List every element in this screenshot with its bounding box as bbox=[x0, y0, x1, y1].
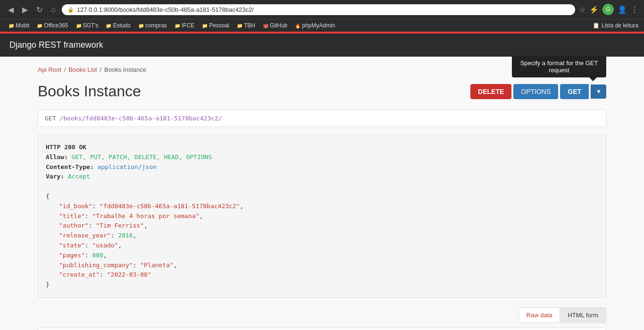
bookmark-label: compras bbox=[145, 22, 167, 29]
bookmark-label: IFCE bbox=[182, 22, 194, 29]
bookmark-office365[interactable]: 📁 Office365 bbox=[34, 21, 71, 30]
bookmark-estudo[interactable]: 📁 Estudo bbox=[103, 21, 133, 30]
profile-button[interactable]: 👤 bbox=[618, 5, 627, 14]
lock-icon: 🔒 bbox=[67, 7, 74, 13]
bottom-tabs: Raw data HTML form bbox=[38, 307, 606, 323]
json-title-key: "title" bbox=[59, 212, 85, 220]
content-type-key: Content-Type: bbox=[46, 163, 94, 170]
phpmyadmin-icon: 🔥 bbox=[295, 23, 301, 28]
reading-list-label: Lista de leitura bbox=[602, 22, 638, 29]
allow-header: Allow: GET, PUT, PATCH, DELETE, HEAD, OP… bbox=[46, 152, 598, 162]
bookmark-mobit[interactable]: 📁 Mobit bbox=[6, 21, 32, 30]
html-form-area: Title bbox=[38, 328, 606, 330]
folder-icon: 📁 bbox=[106, 23, 111, 28]
bookmark-label: Pessoal bbox=[209, 22, 229, 29]
main-content: Api Root / Books List / Books Instance B… bbox=[0, 57, 644, 330]
options-button[interactable]: OPTIONS bbox=[513, 84, 558, 99]
json-id-book-key: "id_book" bbox=[59, 203, 92, 210]
bookmark-ifce[interactable]: 📁 IFCE bbox=[172, 21, 197, 30]
json-state-val: "usado" bbox=[92, 242, 118, 249]
json-author-key: "author" bbox=[59, 222, 89, 229]
get-dropdown-button[interactable]: ▼ bbox=[591, 85, 606, 99]
breadcrumb-sep-2: / bbox=[100, 66, 101, 73]
forward-button[interactable]: ▶ bbox=[20, 4, 30, 15]
response-panel: HTTP 200 OK Allow: GET, PUT, PATCH, DELE… bbox=[38, 135, 606, 298]
home-button[interactable]: ⌂ bbox=[49, 4, 58, 15]
breadcrumb-api-root[interactable]: Api Root bbox=[38, 66, 61, 73]
json-id-book: "id_book": "fdd8483e-c50b-465a-a181-5178… bbox=[46, 202, 598, 212]
json-open-brace: { bbox=[46, 192, 598, 202]
action-buttons: Specify a format for the GET request DEL… bbox=[470, 84, 606, 99]
json-close-brace: } bbox=[46, 280, 598, 290]
json-create-at: "create_at": "2022-03-08" bbox=[46, 270, 598, 280]
bookmark-tbh[interactable]: 📁 TBH bbox=[234, 21, 258, 30]
page-title: Books Instance bbox=[38, 83, 141, 100]
reading-list-icon: 📋 bbox=[593, 22, 600, 29]
json-publishing-company: "publishing_company": "Planeta", bbox=[46, 261, 598, 271]
extensions-button[interactable]: ⚡ bbox=[589, 5, 599, 14]
get-request-bar: GET /books/fdd8483e-c50b-465a-a181-5178b… bbox=[38, 110, 606, 127]
json-state: "state": "usado", bbox=[46, 241, 598, 251]
back-button[interactable]: ◀ bbox=[6, 4, 16, 15]
json-create-at-val: "2022-03-08" bbox=[107, 271, 151, 278]
reading-list-button[interactable]: 📋 Lista de leitura bbox=[593, 22, 638, 29]
url-bar[interactable]: 🔒 127.0.0.1:8000/books/fdd8483e-c50b-465… bbox=[62, 4, 575, 15]
request-url: /books/fdd8483e-c50b-465a-a181-5178bac42… bbox=[59, 115, 222, 122]
folder-icon: 📁 bbox=[138, 23, 144, 28]
bookmark-compras[interactable]: 📁 compras bbox=[135, 21, 170, 30]
folder-icon: 📁 bbox=[37, 23, 42, 28]
allow-val: GET, PUT, PATCH, DELETE, HEAD, OPTIONS bbox=[72, 153, 212, 161]
json-state-key: "state" bbox=[59, 242, 85, 249]
url-path: :8000/books/fdd8483e-c50b-465a-a181-5178… bbox=[102, 6, 254, 13]
content-type-val: application/json bbox=[98, 163, 157, 170]
breadcrumb: Api Root / Books List / Books Instance bbox=[38, 66, 606, 73]
request-method: GET bbox=[45, 115, 56, 122]
bookmark-label: TBH bbox=[244, 22, 255, 29]
vary-val: Accept bbox=[68, 173, 90, 180]
bookmark-github[interactable]: 🐙 GitHub bbox=[260, 21, 290, 30]
breadcrumb-sep-1: / bbox=[64, 66, 66, 73]
json-release-year-val: 2016 bbox=[118, 232, 133, 239]
content-type-header: Content-Type: application/json bbox=[46, 162, 598, 172]
github-icon: 🐙 bbox=[263, 23, 268, 28]
json-publishing-company-val: "Planeta" bbox=[140, 262, 173, 269]
browser-chrome: ◀ ▶ ↻ ⌂ 🔒 127.0.0.1:8000/books/fdd8483e-… bbox=[0, 0, 644, 19]
folder-icon: 📁 bbox=[175, 23, 180, 28]
bookmark-label: SGT's bbox=[83, 22, 99, 29]
json-release-year: "release_year": 2016, bbox=[46, 231, 598, 241]
json-title-val: "Trabalhe 4 horas por semana" bbox=[92, 212, 199, 220]
http-status-line: HTTP 200 OK bbox=[46, 143, 598, 152]
json-publishing-company-key: "publishing_company" bbox=[59, 262, 133, 269]
folder-icon: 📁 bbox=[237, 23, 243, 28]
bookmark-phpmyadmin[interactable]: 🔥 phpMyAdmin bbox=[292, 21, 338, 30]
vary-key: Vary: bbox=[46, 173, 64, 180]
get-button[interactable]: GET bbox=[560, 84, 589, 99]
breadcrumb-current: Books Instance bbox=[104, 66, 146, 73]
bookmark-pessoal[interactable]: 📁 Pessoal bbox=[199, 21, 232, 30]
bookmarks-bar: 📁 Mobit 📁 Office365 📁 SGT's 📁 Estudo 📁 c… bbox=[0, 19, 644, 32]
bookmark-label: GitHub bbox=[270, 22, 287, 29]
url-text: 127.0.0.1:8000/books/fdd8483e-c50b-465a-… bbox=[77, 6, 254, 13]
json-title: "title": "Trabalhe 4 horas por semana", bbox=[46, 212, 598, 221]
vary-header: Vary: Accept bbox=[46, 172, 598, 182]
http-status: HTTP 200 OK bbox=[46, 144, 86, 151]
json-create-at-key: "create_at" bbox=[59, 271, 100, 278]
raw-data-tab[interactable]: Raw data bbox=[519, 307, 560, 323]
avatar: G bbox=[602, 4, 614, 15]
json-pages: "pages": 800, bbox=[46, 251, 598, 261]
bookmark-label: Office365 bbox=[44, 22, 68, 29]
json-release-year-key: "release_year" bbox=[59, 232, 111, 239]
json-author: "author": "Tim Ferriss", bbox=[46, 221, 598, 231]
bookmark-star-button[interactable]: ☆ bbox=[579, 5, 585, 14]
json-pages-val: 800 bbox=[92, 252, 103, 259]
menu-button[interactable]: ⋮ bbox=[631, 5, 638, 14]
breadcrumb-books-list[interactable]: Books List bbox=[69, 66, 97, 73]
bookmark-sgts[interactable]: 📁 SGT's bbox=[73, 21, 101, 30]
url-prefix: 127.0.0.1 bbox=[77, 6, 102, 13]
html-form-tab[interactable]: HTML form bbox=[560, 307, 606, 323]
delete-button[interactable]: DELETE bbox=[470, 84, 511, 99]
browser-actions: ☆ ⚡ G 👤 ⋮ bbox=[579, 4, 638, 15]
refresh-button[interactable]: ↻ bbox=[34, 4, 45, 15]
folder-icon: 📁 bbox=[202, 23, 208, 28]
bookmark-label: Estudo bbox=[113, 22, 130, 29]
